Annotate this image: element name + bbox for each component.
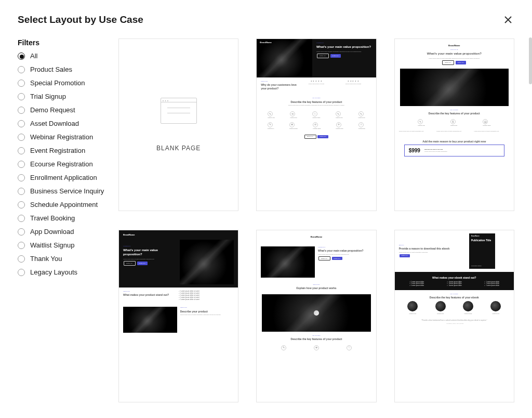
thumb-label: Feature nine: [336, 128, 343, 129]
layout-card-product-4[interactable]: BrandName PRODUCT What's your main value…: [256, 230, 376, 402]
filter-option-thank-you[interactable]: Thank You: [18, 255, 105, 263]
filter-option-business-service-inquiry[interactable]: Business Service Inquiry: [18, 187, 105, 195]
filter-label: Legacy Layouts: [30, 268, 77, 276]
filter-label: App Download: [30, 228, 74, 236]
radio-icon: [18, 93, 25, 100]
filter-label: Webinar Registration: [30, 133, 93, 141]
thumb-brand: BrandName: [471, 236, 493, 238]
filter-option-demo-request[interactable]: Demo Request: [18, 106, 105, 114]
radio-icon: [18, 242, 25, 249]
thumb-label: Feature five: [358, 117, 365, 119]
thumb-price: $999: [409, 147, 420, 154]
thumb-heading: Describe the key features of your produc…: [261, 100, 371, 104]
filter-label: Business Service Inquiry: [30, 187, 104, 195]
page-title: Select Layout by Use Case: [18, 14, 143, 25]
thumb-heading: Explain how your product works: [261, 286, 371, 290]
thumb-cta: Button CTA: [318, 256, 330, 260]
thumb-cta: Button CTA: [137, 262, 148, 265]
thumb-heading: What's your main value proposition?: [316, 45, 372, 49]
thumb-cta: Button CTA: [124, 261, 136, 265]
filter-label: Schedule Appointment: [30, 201, 98, 208]
filter-option-waitlist-signup[interactable]: Waitlist Signup: [18, 241, 105, 249]
thumb-cta: Button CTA: [400, 254, 410, 257]
filter-label: Ecourse Registration: [30, 160, 93, 168]
filter-option-legacy-layouts[interactable]: Legacy Layouts: [18, 268, 105, 276]
radio-icon: [18, 53, 25, 60]
filter-option-enrollment-application[interactable]: Enrollment Application: [18, 174, 105, 181]
filter-option-product-sales[interactable]: Product Sales: [18, 66, 105, 73]
thumb-brand: BrandName: [257, 39, 274, 46]
thumb-brand: BrandName: [261, 233, 371, 240]
thumb-eyebrow: SECTION: [261, 284, 371, 285]
filter-option-special-promotion[interactable]: Special Promotion: [18, 79, 105, 87]
filter-option-webinar-registration[interactable]: Webinar Registration: [18, 133, 105, 141]
thumb-eyebrow: FEATURES: [261, 335, 371, 336]
filter-label: Enrollment Application: [30, 174, 97, 181]
thumb-eyebrow: SECTION: [261, 81, 298, 82]
thumb-label: Feature three: [483, 125, 490, 126]
filter-label: Product Sales: [30, 66, 72, 73]
thumb-label: Feature one: [268, 117, 274, 119]
close-button[interactable]: [502, 14, 514, 26]
layout-grid: ● ● ● BLANK PAGE PRODUCT What's your mai…: [118, 38, 514, 402]
filter-label: Event Registration: [30, 147, 85, 154]
thumb-heading: What's your main value proposition?: [318, 249, 372, 253]
blank-page-label: BLANK PAGE: [156, 145, 201, 152]
thumb-book-title: Publication Title: [471, 239, 493, 242]
filters-sidebar: Filters AllProduct SalesSpecial Promotio…: [18, 38, 105, 402]
layout-card-product-1[interactable]: PRODUCT What's your main value propositi…: [256, 38, 376, 211]
filter-label: Trial Signup: [30, 93, 66, 100]
thumb-label: Feature six: [268, 128, 274, 129]
radio-icon: [18, 107, 25, 114]
radio-icon: [18, 120, 25, 127]
close-icon: [504, 16, 512, 24]
thumb-cta: Button CTA: [304, 135, 316, 139]
layout-card-blank[interactable]: ● ● ● BLANK PAGE: [118, 38, 238, 211]
filter-label: Demo Request: [30, 106, 75, 114]
radio-icon: [18, 201, 25, 208]
filter-option-event-registration[interactable]: Event Registration: [18, 147, 105, 154]
thumb-eyebrow: FEATURES: [399, 109, 510, 111]
thumb-heading: Describe the key features of your produc…: [399, 112, 510, 115]
thumb-heading: Describe the key features of your ebook: [399, 296, 510, 299]
layout-card-ebook[interactable]: EBOOK Provide a reason to download this …: [394, 230, 514, 402]
radio-icon: [18, 66, 25, 73]
filter-label: Travel Booking: [30, 214, 75, 222]
thumb-cta: Button CTA: [317, 54, 329, 58]
thumb-brand: BrandName: [399, 42, 510, 49]
filter-option-asset-download[interactable]: Asset Download: [18, 120, 105, 127]
radio-icon: [18, 228, 25, 236]
layout-card-product-3[interactable]: BrandName PRODUCT What's your main value…: [118, 230, 238, 402]
thumb-label: Feature seven: [289, 128, 298, 129]
thumb-cta: Button CTA: [317, 135, 328, 138]
play-icon: [314, 310, 319, 316]
scrollbar[interactable]: [529, 37, 532, 84]
thumb-cta: Button CTA: [330, 54, 341, 57]
thumb-heading: Why do your customers love your product?: [261, 83, 298, 90]
thumb-heading: What makes your ebook stand out?: [399, 276, 510, 280]
thumb-label: Feature two: [450, 125, 457, 126]
filters-heading: Filters: [18, 38, 105, 47]
thumb-heading: What's your main value proposition?: [399, 52, 510, 56]
radio-icon: [18, 215, 25, 222]
radio-icon: [18, 188, 25, 195]
radio-icon: [18, 134, 25, 141]
radio-icon: [18, 255, 25, 263]
thumb-label: Feature three: [463, 313, 473, 315]
filter-option-schedule-appointment[interactable]: Schedule Appointment: [18, 201, 105, 208]
filter-option-travel-booking[interactable]: Travel Booking: [18, 214, 105, 222]
filter-option-all[interactable]: All: [18, 52, 105, 60]
filter-label: Waitlist Signup: [30, 241, 75, 249]
blank-page-icon: ● ● ●: [161, 98, 197, 124]
thumb-label: Feature one: [418, 125, 424, 126]
thumb-heading: Add the main reason to buy your product …: [399, 140, 510, 143]
thumb-label: Feature three: [312, 117, 320, 119]
filter-option-trial-signup[interactable]: Trial Signup: [18, 93, 105, 100]
filter-option-ecourse-registration[interactable]: Ecourse Registration: [18, 160, 105, 168]
layout-card-product-2[interactable]: BrandName WELCOME What's your main value…: [394, 38, 514, 211]
thumb-label: Feature two: [435, 313, 446, 315]
thumb-cta: Button CTA: [442, 60, 454, 64]
thumb-cta: Button CTA: [332, 257, 343, 260]
thumb-cta: Button CTA: [456, 61, 467, 64]
filter-option-app-download[interactable]: App Download: [18, 228, 105, 236]
